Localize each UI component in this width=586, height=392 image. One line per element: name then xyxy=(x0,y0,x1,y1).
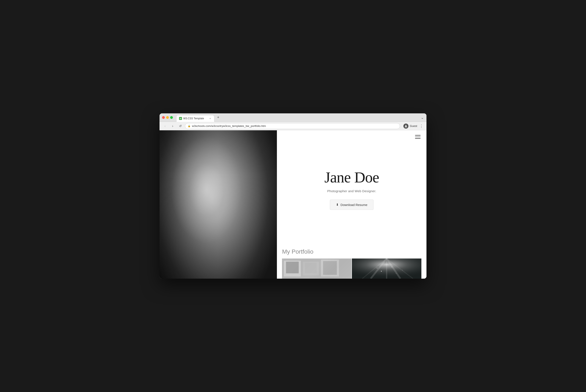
profile-area[interactable]: Guest xyxy=(403,124,417,128)
portfolio-item-2[interactable] xyxy=(352,258,421,279)
tab-bar: W W3.CSS Template × + xyxy=(176,113,419,122)
maximize-button[interactable] xyxy=(170,116,173,119)
download-label: Download Resume xyxy=(340,203,367,206)
svg-rect-6 xyxy=(305,263,317,273)
info-panel: Jane Doe Photographer and Web Designer. … xyxy=(277,130,427,279)
svg-point-0 xyxy=(406,125,407,126)
svg-point-18 xyxy=(377,268,378,268)
svg-point-15 xyxy=(381,271,382,272)
svg-rect-5 xyxy=(286,262,299,273)
lock-icon: 🔒 xyxy=(188,124,191,127)
browser-window: W W3.CSS Template × + ⌄ ‹ › ↺ 🔒 w3school… xyxy=(159,113,427,279)
hamburger-line-2 xyxy=(415,137,421,137)
hero-section: Jane Doe Photographer and Web Designer. … xyxy=(277,144,427,244)
browser-titlebar: W W3.CSS Template × + ⌄ xyxy=(159,113,427,122)
traffic-lights xyxy=(162,116,173,119)
window-chevron: ⌄ xyxy=(421,115,424,120)
portfolio-photo-1 xyxy=(282,258,351,279)
website-content: Jane Doe Photographer and Web Designer. … xyxy=(159,130,427,279)
portrait-panel xyxy=(159,130,277,279)
minimize-button[interactable] xyxy=(166,116,169,119)
close-button[interactable] xyxy=(162,116,165,119)
hamburger-menu-button[interactable] xyxy=(414,134,421,140)
portrait-overlay xyxy=(159,130,277,279)
hero-subtitle: Photographer and Web Designer. xyxy=(327,189,376,193)
more-options-button[interactable]: ⋮ xyxy=(419,124,424,128)
profile-name: Guest xyxy=(410,124,417,128)
svg-point-17 xyxy=(396,273,396,274)
active-tab[interactable]: W W3.CSS Template × xyxy=(176,115,214,122)
svg-rect-7 xyxy=(323,261,337,275)
svg-point-19 xyxy=(402,270,403,270)
tab-title: W3.CSS Template xyxy=(183,117,204,120)
portfolio-photo-2 xyxy=(352,258,421,279)
new-tab-button[interactable]: + xyxy=(215,115,221,120)
browser-toolbar: ‹ › ↺ 🔒 w3schools.com/w3css/tryw3css_tem… xyxy=(159,122,427,130)
portfolio-grid xyxy=(282,258,421,279)
portfolio-section: My Portfolio xyxy=(277,244,427,279)
download-icon: ⬇ xyxy=(336,203,339,206)
hamburger-line-1 xyxy=(415,135,421,136)
hero-name: Jane Doe xyxy=(324,169,379,186)
portfolio-heading: My Portfolio xyxy=(282,248,421,255)
forward-button[interactable]: › xyxy=(170,123,176,129)
tab-close-button[interactable]: × xyxy=(209,117,212,120)
profile-icon xyxy=(403,124,409,128)
address-bar[interactable]: 🔒 w3schools.com/w3css/tryw3css_templates… xyxy=(185,123,400,129)
download-resume-button[interactable]: ⬇ Download Resume xyxy=(330,200,374,210)
tab-favicon: W xyxy=(179,117,182,120)
url-text: w3schools.com/w3css/tryw3css_templates_b… xyxy=(192,124,266,128)
hamburger-area xyxy=(277,130,427,144)
hamburger-line-3 xyxy=(415,138,421,139)
svg-point-16 xyxy=(392,267,392,268)
back-button[interactable]: ‹ xyxy=(162,123,168,129)
refresh-button[interactable]: ↺ xyxy=(177,123,183,129)
portfolio-item-1[interactable] xyxy=(282,258,351,279)
